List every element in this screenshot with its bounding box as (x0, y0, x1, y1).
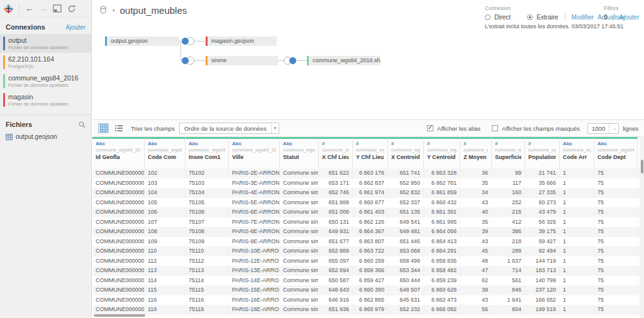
add-connection-link[interactable]: Ajouter (65, 24, 86, 31)
connections-header: Connexions Ajouter (0, 18, 91, 34)
table-cell: 75 (594, 285, 638, 295)
row-count-apply-icon[interactable]: → (609, 124, 618, 133)
logical-table-output-geojson[interactable]: output.geojson (105, 36, 179, 46)
column-header-population1[interactable]: #commune_wgs84_201...Population1 (525, 137, 560, 168)
metadata-view-button[interactable] (113, 123, 124, 133)
table-cell: 75102 (186, 168, 229, 178)
table-cell: 651 008 (319, 207, 353, 217)
column-header-y-centroid[interactable]: #commune_wgs84...Y Centroid (424, 137, 460, 168)
show-hidden-fields-label[interactable]: Afficher les champs masqués (502, 125, 580, 132)
table-cell: 27 335 (525, 188, 560, 198)
table-cell: 113 (145, 266, 186, 276)
connection-type: PostgreSQL (8, 63, 87, 69)
extract-radio[interactable] (527, 14, 533, 20)
datasource-menu-caret-icon[interactable]: ▾ (113, 8, 115, 13)
datasource-icon[interactable] (100, 6, 108, 15)
table-cell: Commune simple (280, 168, 319, 178)
table-cell: PARIS-6E-ARRONDIS... (229, 207, 280, 217)
table-cell: 648 507 (388, 285, 424, 295)
grid-view-button[interactable] (98, 123, 109, 133)
column-header-statut[interactable]: Abccommune_wgs84_20...Statut (280, 137, 319, 168)
column-header-x-chf-lieu[interactable]: #commune_wgs84_...X Chf Lieu (319, 137, 353, 168)
table-cell: 386 (492, 227, 525, 237)
table-cell: 75 (594, 168, 638, 178)
table-cell: 75115 (186, 285, 229, 295)
string-type-icon: Abc (232, 141, 276, 146)
table-cell: 102 (145, 168, 186, 178)
logical-table-sirene[interactable]: sirene (206, 56, 278, 65)
table-cell: 652 950 (388, 178, 424, 189)
direct-radio[interactable] (485, 14, 491, 20)
show-hidden-fields-checkbox[interactable] (492, 125, 498, 131)
search-icon[interactable] (79, 121, 86, 128)
connection-item[interactable]: outputFichier de données spatiales (0, 34, 91, 53)
connection-item[interactable]: magasinFichier de données spatiales (0, 90, 91, 109)
add-filter-link[interactable]: Ajouter (619, 14, 640, 21)
table-cell: 650 131 (319, 217, 353, 228)
table-cell: 75110 (186, 246, 229, 256)
table-cell: PARIS-8E-ARRONDIS... (229, 227, 280, 237)
horizontal-scrollbar-thumb[interactable] (94, 314, 145, 317)
table-cell: 650 587 (319, 276, 353, 286)
table-cell: 75 (594, 217, 638, 228)
row-count-input[interactable]: 1000 → (587, 123, 619, 134)
left-join-icon[interactable] (181, 37, 195, 46)
table-cell: COMMUNE000000000... (92, 266, 145, 276)
modify-extract-link[interactable]: Modifier (572, 14, 594, 21)
column-name: Code Com (148, 154, 182, 160)
table-cell: 651 135 (388, 207, 424, 217)
table-cell: 652 694 (319, 266, 353, 276)
table-cell: COMMUNE000000000... (92, 276, 145, 286)
table-cell: 252 (492, 198, 525, 208)
back-button[interactable]: ← (25, 4, 33, 13)
column-header-code-com[interactable]: Abccommune_wgs84_201...Code Com (145, 137, 186, 168)
files-header: Fichiers (0, 114, 91, 131)
connection-item[interactable]: commune_wgs84_2016Fichier de données spa… (0, 72, 91, 90)
table-cell: 6 858 836 (424, 256, 460, 266)
show-aliases-label[interactable]: Afficher les alias (437, 125, 480, 132)
logical-table-magasin-geojson[interactable]: magasin.geojson (206, 36, 277, 46)
table-cell: COMMUNE000000000... (92, 168, 145, 178)
number-type-icon: # (322, 141, 349, 146)
right-join-icon[interactable] (284, 57, 297, 65)
table-cell: 651 888 (319, 198, 353, 208)
show-aliases-checkbox[interactable] (427, 125, 433, 131)
column-header-id-geofla[interactable]: Abccommune_wgs84_2016.shpId Geofla (92, 137, 145, 168)
sort-fields-dropdown[interactable]: Ordre de la source de données ▾ (179, 123, 280, 134)
table-cell: 199 519 (525, 305, 560, 315)
direct-radio-label[interactable]: Direct (494, 14, 511, 21)
table-cell: 6 863 176 (353, 168, 388, 178)
table-cell: 75116 (186, 295, 229, 305)
logical-table-commune-shp[interactable]: commune_wgs84_2016.shp (307, 56, 380, 65)
table-cell: 48 (460, 256, 492, 266)
column-header-x-centroid[interactable]: #commune_wgs84_2...X Centroid (388, 137, 424, 168)
left-join-icon[interactable] (181, 57, 195, 65)
forward-button[interactable]: → (39, 4, 47, 13)
table-cell: 183 713 (525, 266, 560, 276)
column-header-y-chf-lieu[interactable]: #commune_wgs84_...Y Chf Lieu (353, 137, 388, 168)
column-header-code-arr[interactable]: Abccommune_wgs84_20...Code Arr (560, 137, 594, 168)
row-count-value[interactable]: 1000 (588, 125, 609, 132)
refresh-icon[interactable] (67, 4, 76, 13)
string-type-icon: Abc (283, 141, 315, 146)
table-cell: 75 (594, 266, 638, 276)
connection-item[interactable]: 62.210.101.164PostgreSQL (0, 53, 91, 72)
column-header-superficie[interactable]: #commune_wgs84_2...Superficie (492, 137, 525, 168)
column-header-ville[interactable]: Abccommune_wgs84_2016.shpVille (229, 137, 280, 168)
table-cell: 1 637 (492, 256, 525, 266)
save-datasource-icon[interactable] (53, 4, 62, 13)
table-cell: 1 (560, 295, 594, 305)
file-item[interactable]: output.geojson (0, 131, 91, 142)
table-cell: 649 931 (319, 227, 353, 237)
vertical-scrollbar[interactable] (640, 137, 644, 318)
string-type-icon: Abc (597, 141, 634, 146)
table-cell: 6 860 259 (353, 256, 388, 266)
table-cell: PARIS-12E-ARRONDI... (229, 256, 280, 266)
extract-radio-label[interactable]: Extraire (536, 14, 558, 21)
column-header-code-dept[interactable]: Abccommune_wgs84_2016...Code Dept (594, 137, 638, 168)
column-header-z-moyen[interactable]: #commune_wgs84...Z Moyen (460, 137, 492, 168)
connection-type: Fichier de données spatiales (8, 101, 87, 107)
table-cell: 218 (492, 237, 525, 247)
vertical-scrollbar-thumb[interactable] (641, 160, 643, 173)
column-header-insee-com1[interactable]: Abccommune_wgs84_2016.s...Insee Com1 (186, 137, 229, 168)
